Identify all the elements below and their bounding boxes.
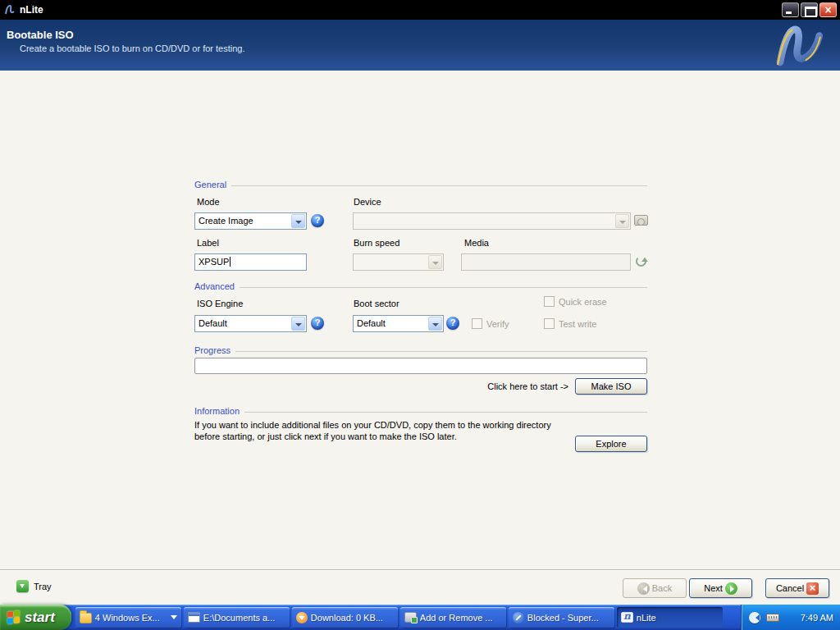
taskbar-item-blocked[interactable]: Blocked - Super... <box>509 607 614 628</box>
test-write-checkbox-box <box>544 318 555 329</box>
minimize-button[interactable] <box>782 2 799 17</box>
progress-section-header: Progress <box>194 345 647 355</box>
cancel-button[interactable]: Cancel <box>765 578 829 598</box>
device-dropdown-arrow-icon <box>615 214 629 228</box>
start-button-label: start <box>25 609 55 626</box>
device-label: Device <box>354 197 381 207</box>
taskbar-clock[interactable]: 7:49 AM <box>801 613 833 623</box>
system-tray: 7:49 AM <box>741 605 840 630</box>
iso-engine-select[interactable]: Default <box>194 315 307 332</box>
media-input <box>461 253 631 271</box>
hide-icons-chevron-icon[interactable] <box>749 612 760 623</box>
boot-sector-label: Boot sector <box>354 299 399 308</box>
tray-button-label: Tray <box>34 582 52 591</box>
boot-sector-select[interactable]: Default <box>353 315 444 332</box>
iso-engine-help-icon[interactable] <box>311 317 324 330</box>
close-button[interactable] <box>819 2 837 17</box>
advanced-section-line <box>240 287 647 288</box>
boot-sector-dropdown-arrow-icon <box>428 317 442 331</box>
taskbar-items: 4 Windows Ex... E:\Documents a... Downlo… <box>71 605 741 630</box>
taskbar-item-windows-explorer-group[interactable]: 4 Windows Ex... <box>75 607 181 628</box>
mode-help-icon[interactable] <box>311 214 324 227</box>
next-button-label: Next <box>704 583 723 593</box>
verify-checkbox-label: Verify <box>486 319 509 329</box>
nlite-logo <box>763 21 833 69</box>
burn-speed-label: Burn speed <box>354 238 399 248</box>
windows-logo-icon <box>7 610 20 624</box>
cancel-button-label: Cancel <box>776 583 804 593</box>
general-section-line <box>231 185 647 186</box>
taskbar-item-download[interactable]: Download: 0 KB... <box>292 607 398 628</box>
iso-engine-label: ISO Engine <box>197 299 243 308</box>
media-refresh-icon <box>636 256 646 267</box>
taskbar-item-add-remove[interactable]: Add or Remove ... <box>400 607 506 628</box>
label-input[interactable]: XPSUP <box>194 253 307 271</box>
test-write-checkbox-label: Test write <box>559 319 596 329</box>
burn-speed-dropdown-arrow-icon <box>428 255 442 269</box>
general-section-label: General <box>194 180 226 189</box>
next-arrow-icon <box>725 582 737 595</box>
page-header: Bootable ISO Create a bootable ISO to bu… <box>0 20 840 71</box>
make-iso-button[interactable]: Make ISO <box>575 378 647 395</box>
task-label: Add or Remove ... <box>420 613 502 623</box>
title-bar: nLite <box>0 0 840 20</box>
taskbar-item-documents[interactable]: E:\Documents a... <box>184 607 290 628</box>
advanced-section-header: Advanced <box>194 281 647 291</box>
tray-button[interactable]: Tray <box>16 580 52 592</box>
information-section-label: Information <box>194 406 240 416</box>
back-button-label: Back <box>652 583 672 593</box>
boot-sector-help-icon[interactable] <box>446 317 459 330</box>
explore-button-label: Explore <box>596 439 626 449</box>
start-button[interactable]: start <box>0 605 71 630</box>
iso-engine-dropdown-arrow-icon <box>291 317 305 331</box>
taskbar: start 4 Windows Ex... E:\Documents a... … <box>0 605 840 630</box>
page-title: Bootable ISO <box>0 20 840 41</box>
tray-arrow-icon <box>16 580 29 592</box>
window-title: nLite <box>20 4 43 16</box>
quick-erase-checkbox: Quick erase <box>544 296 607 307</box>
task-label: Download: 0 KB... <box>311 613 394 623</box>
task-label: 4 Windows Ex... <box>95 613 167 623</box>
download-icon <box>296 612 308 623</box>
maximize-button[interactable] <box>801 2 818 17</box>
progress-section-line <box>235 351 647 352</box>
blocked-icon <box>513 612 524 623</box>
iso-engine-select-value: Default <box>199 318 290 328</box>
general-section-header: General <box>194 180 647 189</box>
boot-sector-select-value: Default <box>357 318 427 328</box>
footer-divider <box>0 569 840 571</box>
task-label: Blocked - Super... <box>527 613 610 623</box>
test-write-checkbox: Test write <box>544 318 596 329</box>
task-label: nLite <box>637 613 719 623</box>
back-arrow-icon <box>637 582 650 595</box>
information-text: If you want to include additional files … <box>194 419 578 442</box>
explore-button[interactable]: Explore <box>575 436 647 452</box>
mode-dropdown-arrow-icon <box>291 214 305 228</box>
label-label: Label <box>197 238 219 248</box>
verify-checkbox-box <box>472 318 482 329</box>
taskbar-item-nlite[interactable]: nLite <box>617 607 723 628</box>
mode-label: Mode <box>197 197 220 207</box>
back-button: Back <box>623 578 687 598</box>
window-controls <box>782 2 837 17</box>
information-section-header: Information <box>194 406 647 416</box>
group-chevron-icon <box>171 615 177 623</box>
folder-icon <box>80 613 92 623</box>
quick-erase-checkbox-label: Quick erase <box>559 297 607 307</box>
text-caret <box>230 257 231 267</box>
mode-select-value: Create Image <box>199 216 290 226</box>
next-button[interactable]: Next <box>689 578 752 598</box>
cancel-x-icon <box>806 582 819 595</box>
nlite-window: nLite Bootable ISO Create a bootable ISO… <box>0 0 840 630</box>
make-iso-button-label: Make ISO <box>591 381 632 391</box>
burn-speed-select <box>353 253 444 271</box>
label-input-value: XPSUP <box>199 257 229 267</box>
verify-checkbox: Verify <box>472 318 509 329</box>
task-label: E:\Documents a... <box>203 613 285 623</box>
mode-select[interactable]: Create Image <box>194 212 307 230</box>
add-remove-icon <box>404 612 417 623</box>
advanced-section-label: Advanced <box>194 281 235 291</box>
burner-drive-icon <box>634 215 648 226</box>
keyboard-tray-icon[interactable] <box>766 614 779 622</box>
start-hint-text: Click here to start -> <box>487 381 568 391</box>
